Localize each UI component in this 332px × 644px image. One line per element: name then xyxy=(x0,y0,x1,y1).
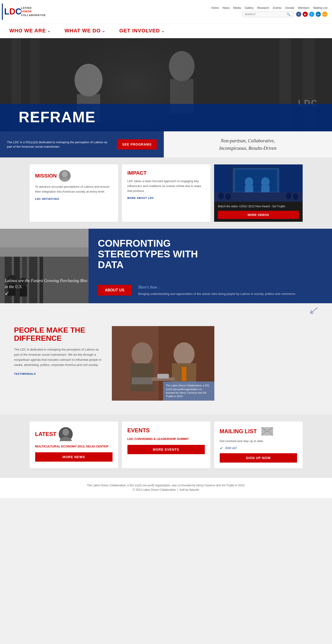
logo-ldc: LDC xyxy=(4,8,22,16)
info-bar-right: Non-partisan, Collaborative,Inconspicuou… xyxy=(164,131,332,158)
confronting-left: Latinos are the Fastest Growing Purchasi… xyxy=(0,229,88,303)
nav-news[interactable]: News xyxy=(222,6,230,10)
confronting-section: Latinos are the Fastest Growing Purchasi… xyxy=(0,229,332,303)
hero-overlay: ↙ REFRAME xyxy=(0,104,332,131)
nav-what-we-do-arrow: ⌄ xyxy=(102,29,105,33)
svg-rect-17 xyxy=(245,186,253,192)
svg-rect-19 xyxy=(261,186,270,192)
svg-rect-43 xyxy=(132,377,152,384)
logo-name-line3: COLLABORATIVE xyxy=(21,14,46,17)
rss-icon[interactable]: rss xyxy=(322,12,327,17)
confronting-overlay: Latinos are the Fastest Growing Purchasi… xyxy=(5,278,88,296)
sign-up-button[interactable]: SIGN UP NOW xyxy=(220,453,297,462)
latest-card-title: LATEST xyxy=(35,427,112,441)
heres-how-body: Bringing understanding and appreciation … xyxy=(138,292,296,296)
see-programs-button[interactable]: SEE PROGRAMS xyxy=(117,139,156,150)
latest-title-text: LATEST xyxy=(35,431,56,438)
logo-bar xyxy=(2,4,3,20)
header: LDC LATINO DONOR COLLABORATIVE Home News… xyxy=(0,0,332,24)
events-card: EVENTS LDC CONVENING & LEADERSHIP SUMMIT… xyxy=(122,422,210,468)
mission-title: MISSION xyxy=(35,173,57,179)
nav-who-we-are-label: WHO WE ARE xyxy=(9,28,46,34)
svg-point-23 xyxy=(286,192,292,199)
svg-point-22 xyxy=(225,193,231,200)
footer-copyright: © 2013 Latino Donor Collaborative | buil… xyxy=(6,488,326,492)
logo-area: LDC LATINO DONOR COLLABORATIVE xyxy=(5,2,46,21)
people-photo: The Latino Donor Collaborative, a 501 (c… xyxy=(112,326,214,400)
latest-news-link[interactable]: MULTICULTURAL ECONOMY 2013, SELIG CENTER xyxy=(35,444,112,448)
svg-rect-15 xyxy=(235,170,277,192)
logo-l: L xyxy=(4,7,9,16)
video-caption: Watch the video: USHLI 2013 Hero Award -… xyxy=(218,204,299,208)
people-title: PEOPLE MAKE THEDIFFERENCE xyxy=(14,326,102,342)
logo-c: C xyxy=(16,7,22,16)
youtube-icon[interactable]: ▶ xyxy=(303,12,308,17)
latest-card: LATEST MULTICULTURAL ECONOMY 2013, SELIG… xyxy=(30,422,118,468)
logo-d: D xyxy=(9,7,16,16)
join-label: Join us! xyxy=(225,446,237,450)
nav-get-involved[interactable]: GET INVOLVED ⌄ xyxy=(119,28,164,34)
linkedin-icon[interactable]: in xyxy=(316,12,321,17)
confronting-left-text: Latinos are the Fastest Growing Purchasi… xyxy=(5,278,88,290)
nav-what-we-do-label: WHAT WE DO xyxy=(64,28,101,34)
mission-body: To advance accurate perceptions of Latin… xyxy=(35,184,112,194)
more-news-button[interactable]: MORE NEWS xyxy=(35,452,112,462)
nav-members[interactable]: Members xyxy=(298,6,310,10)
twitter-icon[interactable]: t xyxy=(309,12,314,17)
about-us-button[interactable]: ABOUT US xyxy=(98,285,132,296)
video-thumbnail[interactable] xyxy=(214,164,303,202)
nav-mailing-list[interactable]: Mailing List xyxy=(313,6,327,10)
search-button[interactable]: 🔍 xyxy=(286,12,290,16)
nav-gallery[interactable]: Gallery xyxy=(245,6,254,10)
nav-events[interactable]: Events xyxy=(273,6,282,10)
info-bar: The LDC is a 501(c)(3) dedicated to resh… xyxy=(0,131,332,158)
main-nav: WHO WE ARE ⌄ WHAT WE DO ⌄ GET INVOLVED ⌄ xyxy=(0,24,332,38)
events-link[interactable]: LDC CONVENING & LEADERSHIP SUMMIT xyxy=(128,437,205,441)
bottom-cards: LATEST MULTICULTURAL ECONOMY 2013, SELIG… xyxy=(0,414,332,478)
svg-point-11 xyxy=(62,171,68,177)
svg-point-44 xyxy=(174,342,194,366)
info-bar-text: The LDC is a 501(c)(3) dedicated to resh… xyxy=(7,140,112,149)
nav-research[interactable]: Research xyxy=(257,6,269,10)
confronting-bottom: ABOUT US Here's how : Bringing understan… xyxy=(98,285,323,296)
mailing-card-title: MAILING LIST xyxy=(220,427,297,436)
mailing-body: Get involved and stay up to date. xyxy=(220,439,297,444)
testimonials-link[interactable]: TESTIMONIALS xyxy=(14,372,36,375)
latest-thumbnail xyxy=(59,427,73,441)
search-social: 🔍 f ▶ t in rss xyxy=(242,12,327,17)
impact-card-header: IMPACT xyxy=(128,170,205,176)
people-section: PEOPLE MAKE THEDIFFERENCE The LDC is ded… xyxy=(0,317,332,414)
nav-who-we-are[interactable]: WHO WE ARE ⌄ xyxy=(9,28,50,34)
heres-how-label: Here's how : xyxy=(138,285,296,290)
search-input[interactable] xyxy=(245,13,286,16)
hero-arrow-icon: ↙ xyxy=(30,111,36,119)
more-events-button[interactable]: MORE EVENTS xyxy=(128,445,205,454)
nav-what-we-do[interactable]: WHAT WE DO ⌄ xyxy=(64,28,105,34)
impact-title: IMPACT xyxy=(128,170,147,176)
svg-point-21 xyxy=(218,192,224,199)
mission-card: MISSION To advance accurate perceptions … xyxy=(30,164,118,222)
mail-icon xyxy=(262,427,273,436)
heres-how: Here's how : Bringing understanding and … xyxy=(138,285,296,296)
cards-section: MISSION To advance accurate perceptions … xyxy=(0,158,332,229)
hero-section: LDC ↙ REFRAME xyxy=(0,38,332,131)
social-icons: f ▶ t in rss xyxy=(296,12,327,17)
video-card: Watch the video: USHLI 2013 Hero Award -… xyxy=(214,164,303,222)
impact-link[interactable]: MORE ABOUT LDC xyxy=(128,196,154,199)
join-handwriting: ↙ Join us! xyxy=(220,446,297,450)
svg-point-50 xyxy=(62,429,69,436)
top-nav: Home News Media Gallery Research Events … xyxy=(211,6,327,10)
people-photo-caption: The Latino Donor Collaborative, a 501 (c… xyxy=(163,382,214,400)
logo-name-line2: DONOR xyxy=(21,10,46,13)
logo-graphic: LDC xyxy=(5,2,19,21)
facebook-icon[interactable]: f xyxy=(296,12,301,17)
more-videos-button[interactable]: MORE VIDEOS xyxy=(218,211,299,219)
svg-rect-46 xyxy=(182,367,186,381)
events-title-text: EVENTS xyxy=(128,427,150,434)
nav-donate[interactable]: Donate xyxy=(285,6,294,10)
nav-home[interactable]: Home xyxy=(211,6,219,10)
nav-media[interactable]: Media xyxy=(234,6,241,10)
confronting-right: CONFRONTINGSTEREOTYPES WITHDATA ABOUT US… xyxy=(88,229,332,303)
info-bar-left: The LDC is a 501(c)(3) dedicated to resh… xyxy=(0,131,164,158)
mission-link[interactable]: LDC INITIATIVES xyxy=(35,198,59,200)
